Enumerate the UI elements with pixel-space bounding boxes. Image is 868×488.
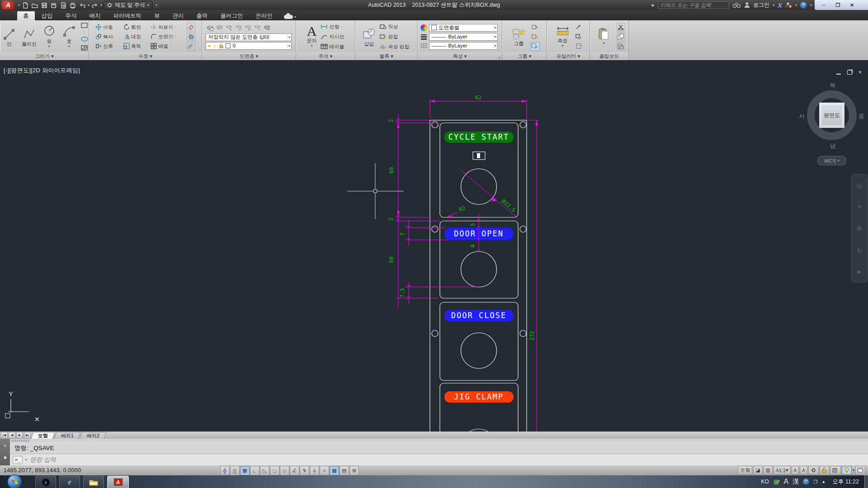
unlock-icon[interactable]	[219, 43, 224, 48]
command-grip[interactable]	[12, 440, 30, 442]
stretch-button[interactable]: 신축	[95, 42, 123, 51]
tray-clock[interactable]: 오후 11:22	[832, 478, 859, 486]
layer-properties-icon[interactable]	[206, 24, 214, 33]
close-button[interactable]: ✕	[846, 2, 859, 9]
osnap-toggle[interactable]: □	[270, 466, 279, 475]
plot-preview-icon[interactable]	[59, 1, 67, 9]
annotation-visibility-icon[interactable]: ⅄	[792, 466, 799, 474]
clean-screen-icon[interactable]	[855, 466, 865, 474]
communication-center-icon[interactable]	[785, 2, 792, 8]
first-tab-icon[interactable]: |◀	[1, 432, 8, 438]
ungroup-icon[interactable]	[531, 23, 539, 32]
layer-match-icon[interactable]	[263, 24, 271, 33]
hardware-accel-icon[interactable]	[830, 466, 841, 474]
minimize-button[interactable]: ─	[817, 1, 830, 9]
paste-special-icon[interactable]	[617, 42, 625, 51]
taskbar-autocad[interactable]: A	[107, 476, 129, 488]
tab-insert[interactable]: 삽입	[36, 11, 59, 20]
panel-group-label[interactable]: 그룹 ▾	[502, 52, 547, 60]
viewport-controls[interactable]: [-][평면도][2D 와이어프레임]	[4, 66, 80, 75]
help-caret-icon[interactable]: ▾	[810, 3, 812, 7]
navigation-bar[interactable]: ◎ ✳ ⊕ ↻ ▶	[851, 174, 868, 282]
panel-layers-label[interactable]: 도면층 ▾	[202, 52, 296, 60]
move-button[interactable]: 이동	[95, 23, 123, 32]
tray-help-icon[interactable]: ?	[803, 479, 809, 485]
plot-icon[interactable]	[69, 1, 77, 9]
hatch-tool-icon[interactable]	[80, 44, 89, 52]
leader-button[interactable]: 지시선▾	[321, 32, 347, 41]
transparency-toggle[interactable]: ▩	[330, 466, 339, 475]
command-prompt-icon[interactable]: >_	[13, 456, 23, 464]
tray-ime-icon[interactable]	[773, 479, 780, 485]
layer-off-icon[interactable]	[215, 24, 224, 33]
osnap3d-toggle[interactable]: ◇	[280, 466, 289, 475]
show-desktop-button[interactable]	[864, 475, 868, 488]
quick-view-layouts-ic on[interactable]: ◪	[753, 466, 762, 474]
tab-model[interactable]: 모형	[31, 432, 55, 439]
search-binoculars-icon[interactable]	[732, 2, 741, 8]
panel-annotate-label[interactable]: 주석 ▾	[296, 52, 355, 60]
undo-icon[interactable]	[78, 1, 86, 9]
lineweight-toggle[interactable]: ＋	[320, 466, 329, 475]
doc-minimize-button[interactable]	[836, 70, 841, 75]
dyn-input-toggle[interactable]: ┼	[310, 466, 319, 475]
doc-close-button[interactable]: ×	[859, 70, 862, 75]
viewcube-face[interactable]: 평면도	[819, 103, 844, 128]
signin-caret-icon[interactable]: ▾	[773, 3, 774, 7]
panel-utilities-label[interactable]: 유틸리티 ▾	[547, 52, 590, 60]
object-color-dropdown[interactable]: 도면층별▾	[429, 24, 498, 32]
paste-button[interactable]: ▾	[594, 27, 614, 46]
rotate-button[interactable]: 회전	[123, 23, 151, 32]
redo-caret-icon[interactable]: ▾	[100, 3, 102, 7]
tray-language[interactable]: KO	[761, 479, 769, 485]
viewcube-north[interactable]: 북	[830, 81, 835, 89]
create-block-button[interactable]: 작성	[380, 22, 412, 31]
grid-toggle[interactable]: ▦	[240, 466, 250, 475]
tab-layout2[interactable]: 배치2	[80, 432, 107, 439]
showmotion-icon[interactable]: ▶	[858, 269, 861, 275]
panel-modify-label[interactable]: 수정 ▾	[89, 52, 202, 60]
viewcube-east[interactable]: 동	[859, 112, 864, 120]
undo-caret-icon[interactable]: ▾	[88, 3, 90, 7]
snap-toggle[interactable]: ▒	[230, 466, 240, 475]
tray-hidden-icons[interactable]: ▲	[821, 479, 826, 484]
array-button[interactable]: 배열▾	[151, 42, 183, 51]
table-button[interactable]: 테이블	[321, 42, 347, 51]
explode-button[interactable]	[187, 33, 195, 41]
edit-block-button[interactable]: 편집	[380, 32, 412, 41]
polar-toggle[interactable]: ◺	[260, 466, 269, 475]
group-edit-icon[interactable]	[531, 33, 539, 41]
measure-button[interactable]: 측정▾	[554, 24, 572, 49]
annotation-scale-button[interactable]: ⅄ 1:1 ▾	[774, 466, 791, 474]
pan-icon[interactable]: ✳	[857, 204, 862, 210]
circle-button[interactable]: 원▾	[40, 24, 58, 49]
tray-ime-hanja[interactable]: 漢	[793, 478, 799, 486]
tray-window-icon[interactable]: ❐	[813, 479, 817, 484]
command-input-line[interactable]: >_ ▾ 명령 입력	[10, 454, 868, 465]
search-expand-icon[interactable]: ▸	[652, 2, 655, 8]
navwheel-icon[interactable]: ◎	[856, 182, 862, 190]
tab-layout[interactable]: 배치	[84, 11, 107, 20]
tab-annotate[interactable]: 주석	[60, 11, 83, 20]
zoom-extents-icon[interactable]: ⊕	[857, 224, 863, 232]
scale-button[interactable]: 축척	[123, 42, 151, 51]
taskbar-file-explorer[interactable]	[83, 476, 104, 488]
open-file-icon[interactable]	[31, 1, 39, 9]
selection-cycling-toggle[interactable]: ⊞	[349, 466, 359, 475]
insert-block-button[interactable]: 삽입	[360, 27, 378, 47]
offset-button[interactable]	[187, 42, 195, 51]
panel-properties-label[interactable]: 특성 ▾ ⌟	[418, 52, 502, 60]
tab-manage[interactable]: 관리	[167, 11, 190, 20]
tab-plugins[interactable]: 플러그인	[215, 11, 249, 20]
exchange-apps-icon[interactable]: X	[778, 1, 782, 9]
fillet-button[interactable]: 모깎기▾	[151, 32, 183, 41]
toolbar-lock-icon[interactable]	[820, 466, 829, 474]
viewcube-wcs-menu[interactable]: WCS▾	[817, 156, 846, 165]
ortho-toggle[interactable]: ∟	[250, 466, 259, 475]
ellipse-tool-icon[interactable]	[80, 35, 89, 43]
orbit-icon[interactable]: ↻	[857, 247, 863, 255]
mirror-button[interactable]: 대칭	[123, 32, 151, 41]
autoscale-icon[interactable]: ⅄	[800, 466, 807, 474]
copy-clip-icon[interactable]	[617, 33, 625, 41]
quick-view-drawings-icon[interactable]: ▥	[764, 466, 773, 474]
